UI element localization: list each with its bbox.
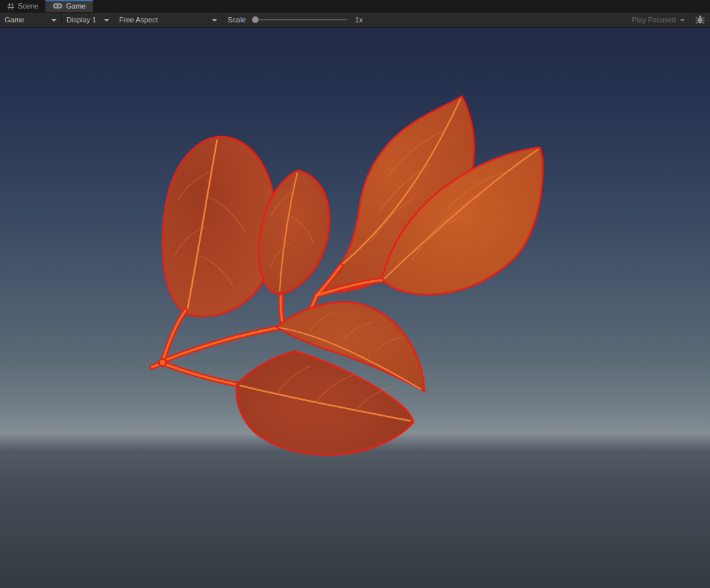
aspect-ratio-dropdown-label: Free Aspect	[119, 16, 158, 24]
game-view-toolbar: Game Display 1 Free Aspect Scale 1x Play…	[0, 12, 710, 28]
scale-slider-track[interactable]	[252, 19, 347, 20]
scale-control: Scale 1x	[222, 16, 368, 24]
aspect-ratio-dropdown[interactable]: Free Aspect	[114, 12, 222, 27]
stem-junction	[158, 358, 167, 367]
play-focused-label: Play Focused	[632, 16, 676, 24]
scale-value: 1x	[355, 16, 363, 24]
gamepad-icon	[53, 3, 63, 9]
leaf-left	[163, 137, 276, 316]
leaf-branch-render	[0, 28, 710, 588]
play-focused-dropdown[interactable]: Play Focused	[627, 12, 690, 27]
game-viewport[interactable]	[0, 28, 710, 588]
chevron-down-icon	[104, 19, 109, 22]
tab-game-label: Game	[66, 2, 86, 10]
debug-bug-button[interactable]	[690, 12, 710, 27]
scale-slider[interactable]	[252, 16, 347, 24]
display-dropdown[interactable]: Display 1	[62, 12, 114, 27]
tab-game[interactable]: Game	[45, 0, 93, 12]
game-mode-dropdown-label: Game	[5, 16, 24, 24]
scale-slider-knob[interactable]	[252, 16, 259, 23]
game-mode-dropdown[interactable]: Game	[0, 12, 61, 27]
display-dropdown-label: Display 1	[66, 16, 96, 24]
unity-game-view-panel: Scene Game Game Display 1 Free Aspect	[0, 0, 710, 588]
chevron-down-icon	[51, 19, 57, 22]
tab-scene-label: Scene	[18, 2, 38, 10]
chevron-down-icon	[680, 19, 685, 22]
chevron-down-icon	[212, 19, 217, 22]
tab-bar: Scene Game	[0, 0, 710, 12]
scene-grid-icon	[7, 3, 14, 10]
tab-scene[interactable]: Scene	[0, 0, 45, 12]
bug-icon	[695, 14, 705, 25]
scale-label: Scale	[228, 16, 246, 24]
